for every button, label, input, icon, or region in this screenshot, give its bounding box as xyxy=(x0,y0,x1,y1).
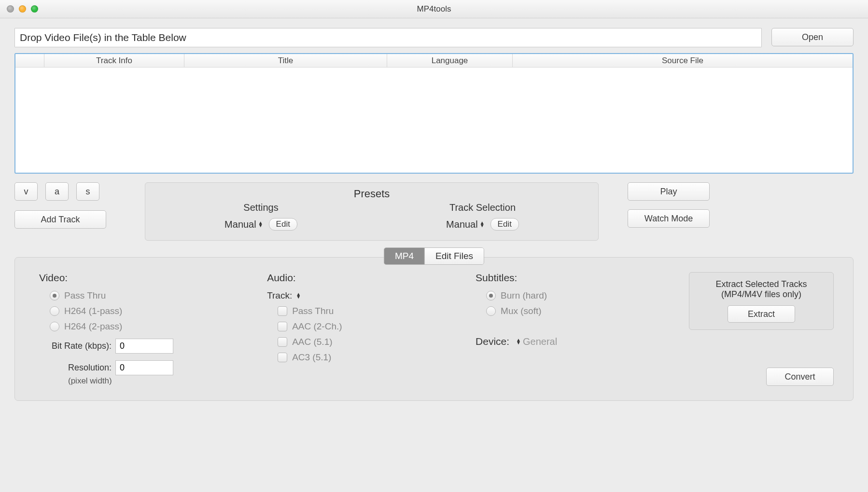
checkbox-icon xyxy=(278,337,287,347)
extract-button[interactable]: Extract xyxy=(728,305,795,323)
open-button[interactable]: Open xyxy=(771,28,854,46)
audio-section: Audio: Track: ▲▼ Pass Thru AAC (2-Ch.) xyxy=(267,272,461,386)
track-table[interactable]: Track Info Title Language Source File xyxy=(14,53,854,174)
drop-file-placeholder: Drop Video File(s) in the Table Below xyxy=(20,32,186,43)
settings-edit-button[interactable]: Edit xyxy=(269,218,297,231)
settings-label: Settings xyxy=(243,202,278,213)
table-header-source-file[interactable]: Source File xyxy=(513,54,853,67)
table-header-track-info[interactable]: Track Info xyxy=(44,54,184,67)
resolution-label: Resolution: xyxy=(39,363,112,373)
tab-edit-files[interactable]: Edit Files xyxy=(424,248,484,264)
device-select[interactable]: ▲▼ General xyxy=(516,336,557,347)
audio-ac3-51-label: AC3 (5.1) xyxy=(292,352,331,363)
audio-track-label: Track: xyxy=(267,290,292,301)
checkbox-icon xyxy=(278,306,287,316)
minimize-window-icon[interactable] xyxy=(19,5,26,13)
audio-pass-thru-option[interactable]: Pass Thru xyxy=(278,306,461,316)
radio-icon xyxy=(50,306,59,316)
video-pass-thru-option[interactable]: Pass Thru xyxy=(50,290,252,301)
updown-icon: ▲▼ xyxy=(258,221,263,227)
convert-button[interactable]: Convert xyxy=(766,368,834,386)
device-label: Device: xyxy=(476,336,509,347)
play-button[interactable]: Play xyxy=(628,182,710,201)
left-button-group: v a s Add Track xyxy=(14,182,130,229)
audio-ac3-51-option[interactable]: AC3 (5.1) xyxy=(278,352,461,363)
subtitles-section: Subtitles: Burn (hard) Mux (soft) Device… xyxy=(476,272,670,386)
titlebar: MP4tools xyxy=(0,0,868,18)
zoom-window-icon[interactable] xyxy=(31,5,38,13)
mp4-panel: Video: Pass Thru H264 (1-pass) H264 (2-p… xyxy=(14,257,854,401)
tabs-bar: MP4 Edit Files xyxy=(384,247,484,265)
video-section: Video: Pass Thru H264 (1-pass) H264 (2-p… xyxy=(39,272,252,386)
bitrate-label: Bit Rate (kbps): xyxy=(39,341,112,351)
right-panel-column: Extract Selected Tracks (MP4/M4V files o… xyxy=(684,272,834,386)
traffic-lights xyxy=(7,5,38,13)
resolution-hint: (pixel width) xyxy=(68,376,252,386)
updown-icon: ▲▼ xyxy=(296,293,301,299)
video-h264-1pass-option[interactable]: H264 (1-pass) xyxy=(50,306,252,316)
video-h264-2pass-option[interactable]: H264 (2-pass) xyxy=(50,321,252,332)
subtitles-burn-option[interactable]: Burn (hard) xyxy=(486,290,670,301)
window-body: Drop Video File(s) in the Table Below Op… xyxy=(0,18,868,410)
extract-box: Extract Selected Tracks (MP4/M4V files o… xyxy=(689,272,834,330)
settings-select[interactable]: Manual ▲▼ xyxy=(224,219,263,230)
updown-icon: ▲▼ xyxy=(516,339,521,344)
settings-column: Settings Manual ▲▼ Edit xyxy=(224,202,297,231)
audio-pass-thru-label: Pass Thru xyxy=(292,306,334,316)
checkbox-icon xyxy=(278,322,287,331)
track-selection-edit-button[interactable]: Edit xyxy=(490,218,519,231)
radio-icon xyxy=(486,291,496,301)
table-header-language[interactable]: Language xyxy=(387,54,513,67)
settings-select-value: Manual xyxy=(224,219,256,230)
extract-line2: (MP4/M4V files only) xyxy=(698,289,825,300)
radio-icon xyxy=(50,322,59,331)
drop-file-field[interactable]: Drop Video File(s) in the Table Below xyxy=(14,28,762,47)
presets-title: Presets xyxy=(160,188,584,200)
audio-aac-51-label: AAC (5.1) xyxy=(292,337,332,347)
track-selection-label: Track Selection xyxy=(449,202,516,213)
video-heading: Video: xyxy=(39,272,252,284)
presets-panel: Presets Settings Manual ▲▼ Edit Track Se… xyxy=(145,182,599,241)
track-selection-column: Track Selection Manual ▲▼ Edit xyxy=(446,202,519,231)
video-filter-button[interactable]: v xyxy=(14,182,38,201)
radio-icon xyxy=(486,306,496,316)
resolution-input[interactable] xyxy=(115,360,173,375)
right-button-group: Play Watch Mode xyxy=(613,182,710,228)
subtitles-heading: Subtitles: xyxy=(476,272,670,284)
video-h264-2pass-label: H264 (2-pass) xyxy=(64,321,122,332)
audio-aac-2ch-label: AAC (2-Ch.) xyxy=(292,321,342,332)
track-selection-select[interactable]: Manual ▲▼ xyxy=(446,219,485,230)
video-pass-thru-label: Pass Thru xyxy=(64,290,106,301)
table-header-title[interactable]: Title xyxy=(184,54,387,67)
audio-aac-2ch-option[interactable]: AAC (2-Ch.) xyxy=(278,321,461,332)
table-header-selector[interactable] xyxy=(15,54,44,67)
extract-line1: Extract Selected Tracks xyxy=(698,279,825,289)
track-selection-value: Manual xyxy=(446,219,478,230)
add-track-button[interactable]: Add Track xyxy=(14,210,106,229)
video-h264-1pass-label: H264 (1-pass) xyxy=(64,306,122,316)
close-window-icon[interactable] xyxy=(7,5,14,13)
radio-icon xyxy=(50,291,59,301)
watch-mode-button[interactable]: Watch Mode xyxy=(628,209,710,228)
updown-icon: ▲▼ xyxy=(480,221,485,227)
bitrate-input[interactable] xyxy=(115,339,173,354)
subtitle-filter-button[interactable]: s xyxy=(76,182,99,201)
subtitles-burn-label: Burn (hard) xyxy=(501,290,547,301)
device-value: General xyxy=(523,336,557,347)
audio-heading: Audio: xyxy=(267,272,461,284)
audio-filter-button[interactable]: a xyxy=(45,182,69,201)
audio-track-select[interactable]: ▲▼ xyxy=(296,293,301,299)
window-title: MP4tools xyxy=(417,4,451,14)
tab-mp4[interactable]: MP4 xyxy=(384,248,424,264)
subtitles-mux-option[interactable]: Mux (soft) xyxy=(486,306,670,316)
subtitles-mux-label: Mux (soft) xyxy=(501,306,541,316)
track-table-header: Track Info Title Language Source File xyxy=(15,54,853,68)
checkbox-icon xyxy=(278,353,287,362)
audio-aac-51-option[interactable]: AAC (5.1) xyxy=(278,337,461,347)
